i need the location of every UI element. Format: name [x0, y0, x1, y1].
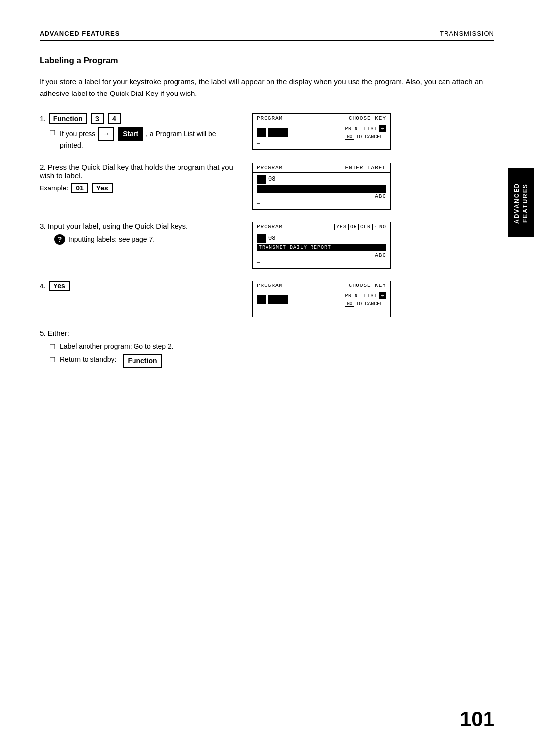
step-2-number: 2. [40, 163, 46, 171]
lcd-3-body: 08 TRANSMIT DAILY REPORT ABC — [253, 232, 390, 268]
step-3-display: PROGRAM YES OR CLR · NO 08 TRANSMIT DAIL… [252, 222, 494, 269]
lcd-1-right: PRINT LIST ➔ NO TO CANCEL [345, 125, 386, 140]
step-3-info-text: Inputting labels: see page 7. [68, 236, 155, 243]
step-5-sub-1: ☐ Label another program: Go to step 2. [49, 341, 494, 352]
step-5-text: Either: [48, 329, 69, 337]
header-left: ADVANCED FEATURES [40, 30, 120, 37]
lcd-4-no-box: NO [345, 301, 354, 307]
lcd-2-row1: 08 [257, 175, 386, 184]
lcd-2-body: 08 ABC — [253, 173, 390, 209]
checkbox-1: ☐ [49, 128, 56, 138]
lcd-2-val: 08 [268, 176, 275, 183]
step-4-number: 4. [40, 282, 46, 290]
lcd-3-yes-box: YES [334, 224, 349, 230]
step-4-yes-key: Yes [49, 281, 70, 291]
lcd-3-row1: 08 [257, 234, 386, 243]
step-2-label: 2. Press the Quick Dial key that holds t… [40, 163, 237, 180]
step-2-display: PROGRAM ENTER LABEL 08 ABC — [252, 163, 494, 210]
step-2-text: Press the Quick Dial key that holds the … [40, 163, 233, 180]
lcd-4-no-cancel: NO TO CANCEL [345, 301, 386, 307]
lcd-1-cancel-label: TO CANCEL [356, 134, 383, 140]
page-container: ADVANCED FEATURES TRANSMISSION Labeling … [0, 0, 534, 756]
step-1-label: 1. Function 3 4 [40, 113, 237, 124]
step-5-label: 5. Either: [40, 329, 494, 337]
lcd-1-print-list: PRINT LIST ➔ [345, 125, 386, 132]
lcd-4-header-right: CHOOSE KEY [349, 283, 386, 288]
page-number: 101 [460, 708, 494, 731]
intro-text: If you store a label for your keystroke … [40, 76, 494, 99]
lcd-4-cancel-label: TO CANCEL [356, 301, 383, 307]
step-2-key-01: 01 [71, 183, 88, 193]
lcd-3-no: NO [379, 224, 386, 230]
step-4-content: 4. Yes [40, 281, 237, 317]
info-icon: ? [54, 234, 65, 245]
lcd-3-header: PROGRAM YES OR CLR · NO [253, 222, 390, 232]
step-2-key-yes: Yes [92, 183, 113, 193]
step-1-sub: ☐ If you press → Start , a Program List … [49, 127, 237, 151]
lcd-3-abc: ABC [257, 252, 386, 258]
lcd-1-header-left: PROGRAM [257, 115, 283, 121]
lcd-1-arrow: ➔ [379, 125, 386, 132]
lcd-1-header-right: CHOOSE KEY [349, 115, 386, 121]
step-5-sub-2: ☐ Return to standby: Function [49, 354, 494, 368]
step-1-arrow-key: → [98, 127, 114, 141]
lcd-3-or: OR [350, 224, 357, 230]
lcd-1-big-square [268, 128, 288, 137]
lcd-4-body: PRINT LIST ➔ NO TO CANCEL — [253, 290, 390, 317]
step-5-number: 5. [40, 329, 46, 337]
lcd-3-dash: — [257, 259, 386, 265]
lcd-3-clr-box: CLR [358, 224, 373, 230]
lcd-4-square [257, 295, 266, 304]
step-5-sub-2-text: Return to standby: [60, 354, 116, 365]
lcd-2-header-left: PROGRAM [257, 165, 283, 171]
lcd-1-square [257, 128, 266, 137]
lcd-1-body: PRINT LIST ➔ NO TO CANCEL — [253, 123, 390, 149]
page-header: ADVANCED FEATURES TRANSMISSION [40, 30, 494, 41]
step-1-content: 1. Function 3 4 ☐ If you press → Start ,… [40, 113, 237, 151]
lcd-3-square [257, 234, 266, 243]
step-5-sub-1-text: Label another program: Go to step 2. [60, 341, 174, 352]
lcd-1-print-label: PRINT LIST [345, 126, 377, 132]
lcd-3-header-left: PROGRAM [257, 224, 283, 230]
lcd-4-icon-row: PRINT LIST ➔ NO TO CANCEL [257, 292, 386, 307]
step-1-row: 1. Function 3 4 ☐ If you press → Start ,… [40, 113, 494, 151]
step-4-row: 4. Yes PROGRAM CHOOSE KEY PRINT LIST [40, 281, 494, 317]
lcd-4-print-list: PRINT LIST ➔ [345, 292, 386, 299]
lcd-2-abc: ABC [257, 193, 386, 199]
lcd-4-right: PRINT LIST ➔ NO TO CANCEL [345, 292, 386, 307]
sidebar-text: ADVANCEDFEATURES [513, 182, 530, 223]
checkbox-5-2: ☐ [49, 355, 56, 365]
lcd-1-dash: — [257, 141, 386, 146]
step-2-content: 2. Press the Quick Dial key that holds t… [40, 163, 237, 210]
lcd-3: PROGRAM YES OR CLR · NO 08 TRANSMIT DAIL… [252, 222, 391, 269]
lcd-2-header-right: ENTER LABEL [345, 165, 386, 171]
lcd-3-header-right: YES OR CLR · NO [334, 224, 386, 230]
lcd-4-header-left: PROGRAM [257, 283, 283, 288]
step-1-key-4: 4 [108, 113, 121, 124]
lcd-2-square [257, 175, 266, 184]
step-1-sub-text: If you press → Start , a Program List wi… [60, 127, 237, 151]
step-4-display: PROGRAM CHOOSE KEY PRINT LIST ➔ [252, 281, 494, 317]
lcd-4-arrow: ➔ [379, 292, 386, 299]
step-1-key-3: 3 [91, 113, 104, 124]
lcd-2-header: PROGRAM ENTER LABEL [253, 163, 390, 173]
step-2-example-label: Example: [40, 184, 68, 192]
header-right: TRANSMISSION [440, 30, 494, 37]
lcd-2-textbar [257, 185, 386, 193]
lcd-3-report: TRANSMIT DAILY REPORT [257, 244, 386, 251]
lcd-3-dot: · [374, 224, 378, 230]
lcd-4-header: PROGRAM CHOOSE KEY [253, 281, 390, 290]
step-3-content: 3. Input your label, using the Quick Dia… [40, 222, 237, 269]
lcd-1-no-cancel: NO TO CANCEL [345, 134, 386, 140]
step-1-start-key: Start [118, 127, 143, 141]
section-title: Labeling a Program [40, 56, 494, 66]
lcd-1-header: PROGRAM CHOOSE KEY [253, 114, 390, 123]
step-5-function-key: Function [123, 354, 161, 368]
step-3-row: 3. Input your label, using the Quick Dia… [40, 222, 494, 269]
step-1-number: 1. [40, 114, 46, 123]
step-3-info-row: ? Inputting labels: see page 7. [54, 234, 237, 245]
lcd-2: PROGRAM ENTER LABEL 08 ABC — [252, 163, 391, 210]
step-3-label: 3. Input your label, using the Quick Dia… [40, 222, 237, 230]
step-5-section: 5. Either: ☐ Label another program: Go t… [40, 329, 494, 368]
lcd-4-big-square [268, 295, 288, 304]
